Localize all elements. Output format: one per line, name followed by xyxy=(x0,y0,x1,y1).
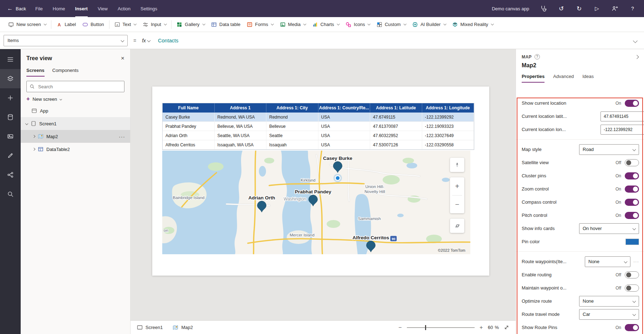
ai-builder-menu[interactable]: AI Builder xyxy=(409,20,449,30)
menu-view[interactable]: View xyxy=(98,0,108,17)
text-menu[interactable]: A Text xyxy=(111,20,139,30)
panel-expand-icon[interactable] xyxy=(635,54,638,59)
table-row[interactable]: Alfredo CerritosIssaquah, WA USAIssaquah… xyxy=(163,140,474,150)
chevron-right-icon[interactable] xyxy=(32,148,35,151)
formula-bar-expand-icon[interactable] xyxy=(634,37,637,44)
data-icon[interactable] xyxy=(0,108,21,127)
control-type-label: MAP xyxy=(522,54,532,59)
media-menu[interactable]: Media xyxy=(277,20,309,30)
tree-item-app[interactable]: App xyxy=(21,104,130,117)
menu-home[interactable]: Home xyxy=(53,0,65,17)
help-circle-icon[interactable]: ? xyxy=(535,54,540,59)
insert-icon[interactable] xyxy=(0,88,21,108)
main-menu: File Home Insert View Action Settings xyxy=(35,0,157,17)
redo-icon[interactable]: ↻ xyxy=(576,5,583,12)
route-waypoints-more-icon[interactable]: ··· xyxy=(633,259,639,264)
show-current-location-toggle[interactable] xyxy=(625,100,639,107)
forms-menu[interactable]: Forms xyxy=(244,20,276,30)
tree-item-screen1[interactable]: Screen1 xyxy=(21,117,130,130)
map-control[interactable]: 90 Bainbridge Island Kirkland Washington… xyxy=(162,151,470,254)
table-row[interactable]: Casey BurkeRedmond, WA USARedmondUSA47.6… xyxy=(163,113,474,122)
tree-item-datatable2[interactable]: DataTable2 xyxy=(21,143,130,156)
tab-components[interactable]: Components xyxy=(52,68,79,77)
app-checker-icon[interactable] xyxy=(540,5,547,12)
advanced-tools-icon[interactable] xyxy=(0,146,21,165)
map-compass-button[interactable] xyxy=(450,158,464,172)
screen1-artboard[interactable]: Full Name Address 1 Address 1: City Addr… xyxy=(152,87,489,276)
chevron-right-icon[interactable] xyxy=(32,135,35,138)
zoom-control-toggle[interactable] xyxy=(625,186,639,193)
table-row[interactable]: Prabhat PandeyBellevue, WA USABellevueUS… xyxy=(163,122,474,131)
cluster-pins-toggle[interactable] xyxy=(625,172,639,179)
route-travel-mode-dropdown[interactable]: Car xyxy=(579,309,639,320)
map-zoom-in-button[interactable]: + xyxy=(450,177,464,195)
place-label: Novelty Hill xyxy=(364,189,385,194)
maintain-waypoint-order-toggle[interactable] xyxy=(625,285,639,292)
menu-settings[interactable]: Settings xyxy=(140,0,157,17)
search-input[interactable] xyxy=(37,84,121,90)
status-control-crumb[interactable]: Map2 xyxy=(173,325,193,330)
new-screen-button[interactable]: New screen xyxy=(5,20,49,30)
pitch-control-toggle[interactable] xyxy=(625,212,639,219)
media-rail-icon[interactable] xyxy=(0,127,21,146)
route-waypoints-dropdown[interactable]: None xyxy=(585,256,630,267)
optimize-route-dropdown[interactable]: None xyxy=(579,296,639,307)
tab-advanced[interactable]: Advanced xyxy=(553,74,574,83)
tab-screens[interactable]: Screens xyxy=(26,68,45,77)
zoom-in-button[interactable]: + xyxy=(480,325,483,330)
new-screen-tree-button[interactable]: + New screen xyxy=(26,96,130,102)
tab-properties[interactable]: Properties xyxy=(522,74,545,83)
power-automate-icon[interactable] xyxy=(0,165,21,184)
property-row-pitch-control: Pitch control On xyxy=(516,209,644,222)
formula-input[interactable]: Contacts xyxy=(158,38,178,43)
tree-search xyxy=(26,81,124,92)
status-screen-crumb[interactable]: Screen1 xyxy=(137,325,163,330)
menu-insert[interactable]: Insert xyxy=(75,0,88,17)
fx-button[interactable]: fx xyxy=(142,38,150,43)
menu-action[interactable]: Action xyxy=(118,0,131,17)
button-button[interactable]: Button xyxy=(79,20,107,30)
table-row[interactable]: Adrian OrthSeattle, WA USASeattleUSA47.6… xyxy=(163,131,474,140)
compass-control-toggle[interactable] xyxy=(625,199,639,206)
pin-color-swatch[interactable] xyxy=(625,239,639,245)
menu-file[interactable]: File xyxy=(35,0,43,17)
icons-menu[interactable]: Icons xyxy=(342,20,373,30)
map-style-dropdown[interactable]: Road xyxy=(579,144,639,155)
chevron-down-icon[interactable] xyxy=(25,122,28,125)
zoom-out-button[interactable]: − xyxy=(398,325,402,330)
gallery-menu[interactable]: Gallery xyxy=(173,20,208,30)
more-options-icon[interactable]: ··· xyxy=(119,134,125,140)
zoom-slider[interactable] xyxy=(407,325,475,330)
zoom-slider-handle[interactable] xyxy=(425,325,426,330)
custom-menu[interactable]: Custom xyxy=(373,20,409,30)
help-icon[interactable]: ? xyxy=(629,5,636,12)
menu-icon[interactable] xyxy=(0,50,21,69)
share-person-icon[interactable] xyxy=(611,5,618,12)
show-info-cards-dropdown[interactable]: On hover xyxy=(579,223,639,234)
data-table[interactable]: Full Name Address 1 Address 1: City Addr… xyxy=(162,103,474,150)
label-button[interactable]: A Label xyxy=(53,20,79,30)
search-icon[interactable] xyxy=(0,184,21,204)
input-menu[interactable]: Input xyxy=(139,20,169,30)
close-icon[interactable]: × xyxy=(121,55,124,62)
tree-item-map2[interactable]: Map2 ··· xyxy=(21,130,130,143)
tab-ideas[interactable]: Ideas xyxy=(582,74,594,83)
current-location-longitude-field[interactable] xyxy=(600,125,644,135)
data-table-button[interactable]: Data table xyxy=(208,20,244,30)
undo-icon[interactable]: ↺ xyxy=(558,5,565,12)
play-preview-icon[interactable]: ▷ xyxy=(593,5,600,12)
charts-menu[interactable]: Charts xyxy=(309,20,343,30)
map-zoom-out-button[interactable]: − xyxy=(450,195,464,213)
map-pitch-button[interactable] xyxy=(450,219,464,233)
mixed-reality-menu[interactable]: Mixed Reality xyxy=(449,20,497,30)
screen-icon xyxy=(137,325,143,330)
map-canvas[interactable]: 90 Bainbridge Island Kirkland Washington… xyxy=(162,151,470,254)
show-route-pins-toggle[interactable] xyxy=(625,324,639,331)
back-button[interactable]: ← Back xyxy=(7,5,26,12)
property-selector[interactable]: Items xyxy=(4,35,128,46)
satellite-view-toggle[interactable] xyxy=(625,159,639,166)
enable-routing-toggle[interactable] xyxy=(625,271,639,278)
fullscreen-icon[interactable] xyxy=(504,325,509,330)
current-location-latitude-field[interactable] xyxy=(600,111,644,121)
tree-view-icon[interactable] xyxy=(0,69,21,88)
